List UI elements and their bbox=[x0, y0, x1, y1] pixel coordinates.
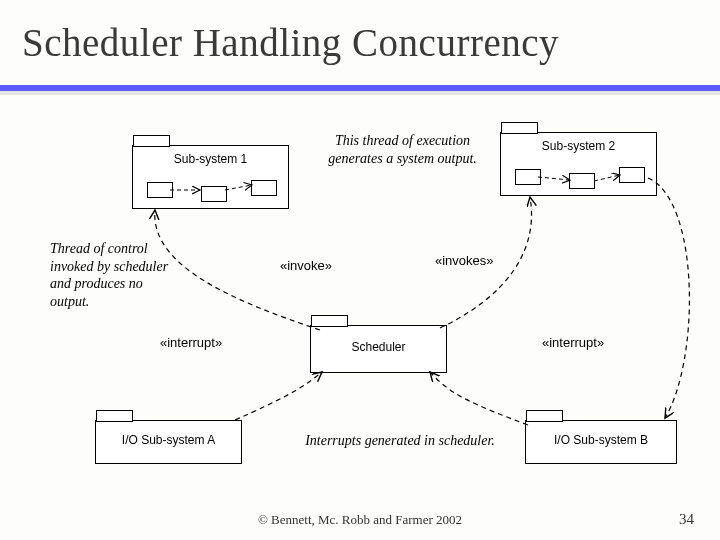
page-title: Scheduler Handling Concurrency bbox=[22, 20, 559, 65]
package-label: Sub-system 1 bbox=[133, 152, 288, 166]
inner-box bbox=[619, 167, 645, 183]
arrow-iob-to-scheduler bbox=[430, 372, 528, 425]
note-top-center: This thread of execution generates a sys… bbox=[325, 132, 480, 167]
stereo-invoke: «invoke» bbox=[280, 258, 332, 273]
inner-box bbox=[569, 173, 595, 189]
inner-box bbox=[147, 182, 173, 198]
page-number: 34 bbox=[679, 511, 694, 528]
note-bottom-center: Interrupts generated in scheduler. bbox=[285, 432, 515, 450]
inner-box bbox=[515, 169, 541, 185]
stereo-invokes: «invokes» bbox=[435, 253, 494, 268]
arrow-ioa-to-scheduler bbox=[235, 372, 322, 420]
arrow-sub2-to-iob bbox=[648, 178, 689, 418]
package-tab bbox=[311, 315, 348, 327]
inner-box bbox=[251, 180, 277, 196]
stereo-interrupt-right: «interrupt» bbox=[542, 335, 604, 350]
note-left: Thread of control invoked by scheduler a… bbox=[50, 240, 180, 310]
package-label: Scheduler bbox=[311, 340, 446, 354]
title-underline-shadow bbox=[0, 91, 720, 95]
package-scheduler: Scheduler bbox=[310, 325, 447, 373]
package-tab bbox=[133, 135, 170, 147]
package-io-b: I/O Sub-system B bbox=[525, 420, 677, 464]
package-label: I/O Sub-system A bbox=[96, 433, 241, 447]
package-label: Sub-system 2 bbox=[501, 139, 656, 153]
package-tab bbox=[526, 410, 563, 422]
footer-text: © Bennett, Mc. Robb and Farmer 2002 bbox=[0, 512, 720, 528]
package-tab bbox=[501, 122, 538, 134]
package-sub-system-1: Sub-system 1 bbox=[132, 145, 289, 209]
package-tab bbox=[96, 410, 133, 422]
stereo-interrupt-left: «interrupt» bbox=[160, 335, 222, 350]
package-label: I/O Sub-system B bbox=[526, 433, 676, 447]
package-io-a: I/O Sub-system A bbox=[95, 420, 242, 464]
package-sub-system-2: Sub-system 2 bbox=[500, 132, 657, 196]
inner-box bbox=[201, 186, 227, 202]
